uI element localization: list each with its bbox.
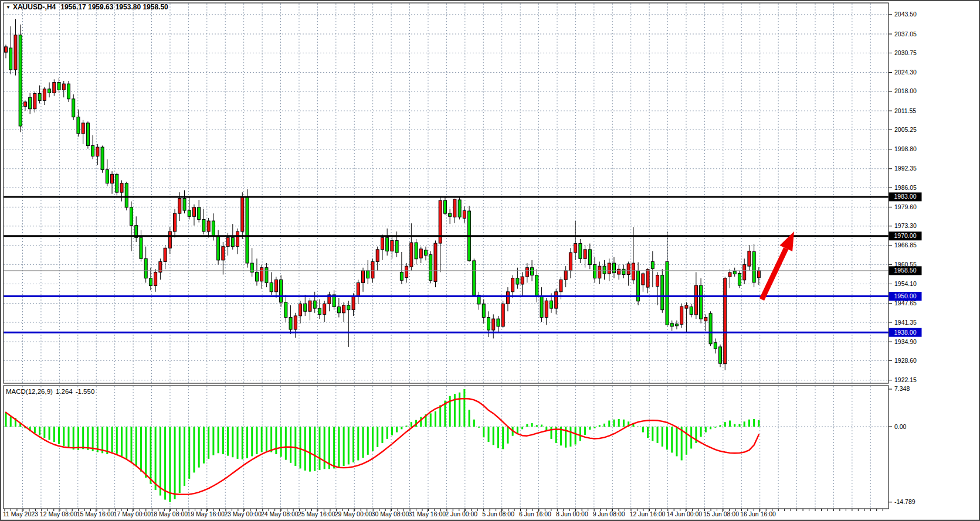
time-label: 30 May 08:00: [372, 510, 409, 517]
candle-body: [19, 35, 22, 126]
candle-body: [255, 272, 258, 281]
time-label: 12 Jun 16:00: [630, 510, 666, 517]
candle-body: [501, 304, 504, 326]
macd-bar: [710, 427, 711, 429]
macd-bar: [744, 421, 745, 427]
candle-body: [231, 237, 234, 246]
macd-bar: [575, 427, 577, 444]
candle-body: [274, 280, 277, 292]
time-label: 14 Jun 00:00: [666, 510, 702, 517]
macd-bar: [377, 427, 378, 447]
macd-bar: [49, 427, 50, 440]
price-tick-label: 2018.00: [894, 87, 917, 94]
time-label: 5 Jun 08:00: [482, 510, 514, 517]
macd-bar: [130, 427, 132, 462]
symbol-timeframe-label: XAUUSD-,H4: [13, 3, 56, 11]
price-tick-label: 2043.50: [894, 11, 917, 18]
candle-body: [260, 268, 263, 281]
candle-body: [391, 240, 394, 251]
candle-body: [323, 304, 326, 314]
price-tick-label: 1998.80: [894, 145, 917, 152]
macd-bar: [121, 427, 123, 457]
candle-body: [704, 318, 707, 321]
candle-body: [313, 301, 316, 308]
time-label: 2 Jun 00:00: [445, 510, 477, 517]
macd-bar: [304, 427, 306, 471]
candle-body: [299, 304, 302, 316]
price-tick-label: 1986.05: [894, 184, 917, 191]
macd-name: MACD(12,26,9): [6, 388, 53, 395]
candle-body: [531, 268, 534, 275]
candle-body: [308, 301, 311, 311]
time-label: 6 Jun 16:00: [519, 510, 551, 517]
candle-body: [700, 285, 703, 319]
candle-body: [188, 210, 191, 216]
candle-body: [675, 324, 678, 326]
macd-bar: [401, 427, 402, 429]
macd-bar: [594, 427, 596, 428]
price-badge: 1983.00: [889, 192, 922, 201]
macd-bar: [439, 405, 441, 427]
price-tick-label: 1941.35: [894, 319, 917, 326]
candle-body: [362, 271, 365, 283]
candle-body: [62, 84, 65, 90]
price-tick-label: 1934.90: [894, 338, 917, 345]
candle-body: [458, 200, 461, 217]
candle-body: [294, 316, 297, 329]
candle-body: [246, 197, 249, 263]
macd-bar: [10, 417, 12, 427]
macd-bar: [203, 427, 205, 464]
candle-body: [43, 89, 46, 101]
symbol-dropdown-icon[interactable]: ▼: [6, 5, 11, 10]
candle-body: [318, 308, 321, 314]
candle-body: [612, 263, 615, 273]
macd-bar: [227, 427, 229, 456]
macd-bar: [473, 420, 475, 427]
macd-bar: [362, 427, 364, 458]
macd-bar: [218, 427, 219, 453]
candle-body: [453, 199, 456, 217]
macd-bar: [193, 427, 195, 472]
macd-bar: [256, 427, 257, 454]
price-tick-label: 1992.35: [894, 165, 917, 172]
macd-bar: [242, 427, 243, 459]
candle-body: [743, 265, 746, 280]
macd-bar: [406, 425, 408, 427]
macd-tick-label: 7.348: [894, 385, 910, 392]
macd-bar: [531, 423, 533, 427]
time-label: 29 May 00:00: [335, 510, 372, 517]
candle-body: [666, 261, 669, 325]
macd-bar: [155, 427, 157, 490]
price-tick-label: 1979.60: [894, 203, 917, 210]
candle-body: [91, 145, 94, 156]
chart-canvas[interactable]: 2043.502037.052030.752024.302018.002011.…: [1, 1, 979, 520]
macd-bar: [348, 427, 350, 464]
macd-bar: [280, 427, 282, 457]
macd-bar: [729, 421, 731, 427]
candle-body: [511, 278, 514, 292]
macd-tick-label: -14.789: [894, 498, 915, 505]
candle-body: [130, 207, 133, 226]
macd-bar: [623, 420, 625, 427]
candle-body: [86, 123, 89, 146]
price-badge: 1970.00: [889, 231, 922, 240]
price-badge-label: 1938.00: [894, 329, 917, 336]
macd-signal-value: -1.550: [76, 388, 95, 395]
macd-bar: [734, 424, 735, 427]
candle-body: [111, 174, 114, 183]
candle-body: [154, 272, 157, 285]
candle-body: [106, 170, 108, 183]
macd-bar: [357, 427, 359, 460]
macd-bar: [140, 427, 142, 472]
macd-bar: [536, 425, 538, 427]
macd-bar: [618, 419, 620, 427]
macd-bar: [116, 427, 118, 454]
macd-bar: [294, 427, 296, 466]
candle-body: [651, 261, 654, 268]
macd-bar: [681, 427, 683, 460]
candle-body: [343, 305, 345, 313]
macd-bar: [579, 427, 581, 441]
price-tick-label: 2011.55: [894, 107, 916, 114]
macd-bar: [435, 411, 436, 427]
price-badge: 1950.00: [889, 292, 922, 301]
